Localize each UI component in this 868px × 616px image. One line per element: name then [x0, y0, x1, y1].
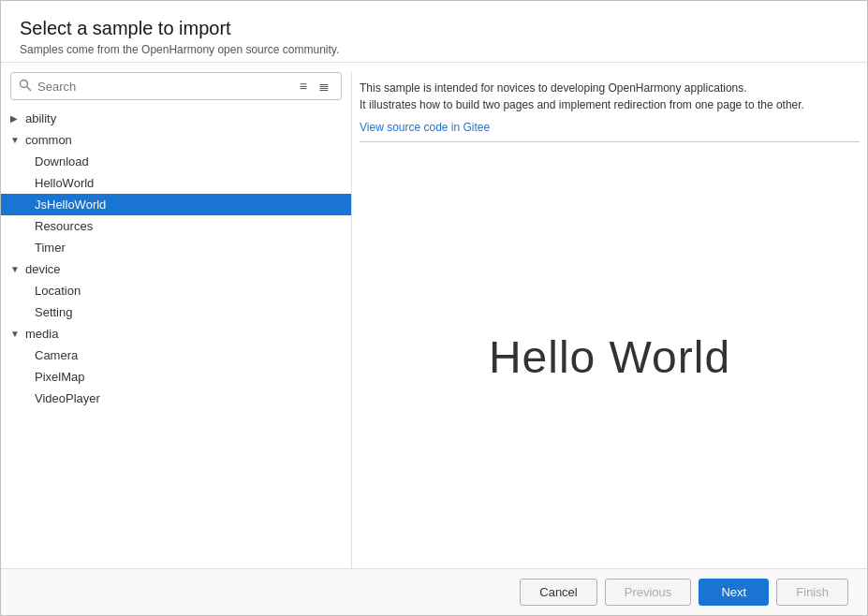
dialog-footer: Cancel Previous Next Finish [1, 568, 867, 615]
preview-hello-world: Hello World [489, 331, 730, 383]
tree-arrow-device: ▼ [10, 264, 22, 274]
tree-item-setting[interactable]: Setting [1, 301, 351, 323]
finish-button[interactable]: Finish [776, 579, 848, 606]
filter1-icon: ≡ [300, 79, 307, 94]
search-input[interactable] [37, 80, 287, 94]
tree-item-jshelloworld[interactable]: JsHelloWorld [1, 194, 351, 215]
tree-group-ability[interactable]: ▶ ability [1, 108, 351, 129]
search-actions: ≡ ≣ [296, 77, 333, 95]
svg-line-1 [27, 86, 31, 90]
tree-group-label-media: media [25, 327, 58, 341]
tree-item-download[interactable]: Download [1, 151, 351, 172]
tree-group-label-ability: ability [25, 111, 56, 125]
tree-group-media[interactable]: ▼ media [1, 323, 351, 345]
tree-item-camera[interactable]: Camera [1, 345, 351, 366]
tree-item-pixelmap[interactable]: PixelMap [1, 366, 351, 388]
tree-item-timer[interactable]: Timer [1, 237, 351, 258]
description-area: This sample is intended for novices to d… [360, 80, 860, 142]
tree-group-label-common: common [25, 133, 72, 147]
view-source-link[interactable]: View source code in Gitee [360, 121, 490, 134]
tree-item-videoplayer[interactable]: VideoPlayer [1, 388, 351, 409]
search-bar-container: ≡ ≣ [10, 72, 342, 100]
description-text: This sample is intended for novices to d… [360, 80, 860, 113]
tree-group-common[interactable]: ▼ common [1, 129, 351, 151]
dialog-body: ≡ ≣ ▶ ability ▼ common [1, 63, 867, 568]
tree-arrow-media: ▼ [10, 329, 22, 339]
sample-tree: ▶ ability ▼ common Download HelloWorld J… [1, 108, 351, 568]
filter-button-2[interactable]: ≣ [315, 77, 333, 95]
tree-item-resources[interactable]: Resources [1, 215, 351, 237]
tree-item-location[interactable]: Location [1, 280, 351, 301]
left-panel: ≡ ≣ ▶ ability ▼ common [1, 72, 352, 568]
tree-item-helloworld[interactable]: HelloWorld [1, 172, 351, 194]
preview-area: Hello World [360, 146, 860, 568]
filter-button-1[interactable]: ≡ [296, 77, 311, 95]
dialog-title: Select a sample to import [20, 18, 848, 39]
tree-group-device[interactable]: ▼ device [1, 258, 351, 280]
right-panel: This sample is intended for novices to d… [352, 72, 867, 568]
dialog-subtitle: Samples come from the OpenHarmony open s… [20, 43, 848, 56]
tree-arrow-common: ▼ [10, 135, 22, 145]
dialog-header: Select a sample to import Samples come f… [1, 1, 867, 63]
search-icon [19, 79, 32, 95]
import-sample-dialog: Select a sample to import Samples come f… [0, 0, 868, 616]
cancel-button[interactable]: Cancel [520, 579, 596, 606]
previous-button[interactable]: Previous [605, 579, 692, 606]
filter2-icon: ≣ [318, 79, 330, 94]
next-button[interactable]: Next [699, 579, 769, 606]
tree-arrow-ability: ▶ [10, 113, 22, 124]
tree-group-label-device: device [25, 262, 61, 276]
